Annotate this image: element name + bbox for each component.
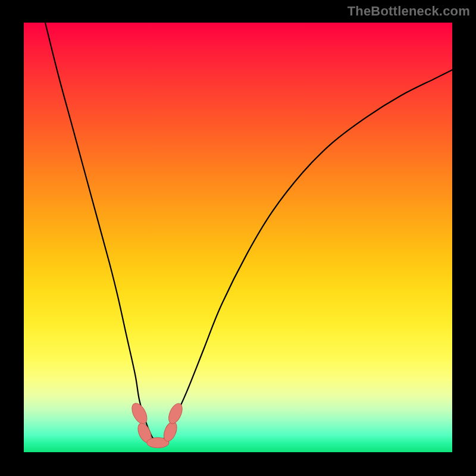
marker-right-upper (166, 402, 185, 426)
marker-left-upper (129, 401, 150, 427)
bottleneck-curve (45, 23, 452, 443)
curve-layer (24, 23, 452, 452)
chart-frame: TheBottleneck.com (0, 0, 476, 476)
markers-group (129, 401, 185, 448)
watermark-text: TheBottleneck.com (347, 4, 470, 19)
plot-area (24, 23, 452, 452)
